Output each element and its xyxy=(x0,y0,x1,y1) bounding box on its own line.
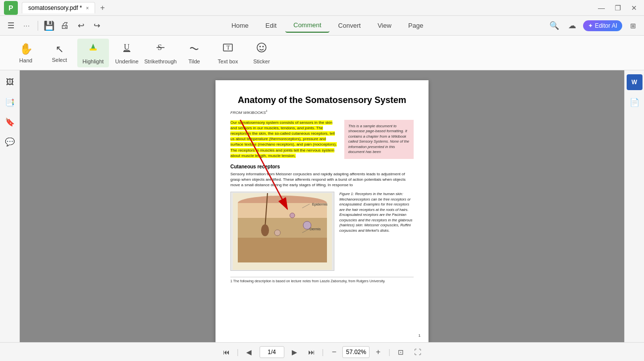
thumbnail-icon[interactable]: 🖼 xyxy=(2,74,18,90)
pdf-area[interactable]: Anatomy of the Somatosensory System FROM… xyxy=(20,70,624,342)
tab-view[interactable]: View xyxy=(370,19,399,32)
pdf-page: Anatomy of the Somatosensory System FROM… xyxy=(215,80,429,342)
menu-divider xyxy=(38,21,38,31)
svg-rect-0 xyxy=(90,49,97,51)
more-menu-button[interactable]: ··· xyxy=(20,19,34,33)
active-tab[interactable]: somatosensory.pdf * × xyxy=(22,2,95,13)
pdf-side-box: This is a sample document to showcase pa… xyxy=(344,120,414,159)
figure-caption: Figure 1: Receptors in the human skin: M… xyxy=(339,192,414,271)
right-sidebar: W 📄 xyxy=(624,70,644,342)
highlighted-paragraph: Our somatosensory system consists of sen… xyxy=(230,120,337,158)
fit-page-button[interactable]: ⊡ xyxy=(394,346,407,359)
hand-label: Hand xyxy=(19,57,32,63)
window-controls: — ❐ ✕ xyxy=(595,3,640,13)
pdf-content-row: Our somatosensory system consists of sen… xyxy=(230,120,414,159)
bookmarks-icon[interactable]: 🔖 xyxy=(2,114,18,130)
pages-icon[interactable]: 📑 xyxy=(2,94,18,110)
menu-right: 🔍 ☁ ✦ Editor AI ⊞ xyxy=(547,19,640,33)
svg-point-8 xyxy=(260,46,261,47)
figure-image: Epidermis Dermis xyxy=(230,192,334,271)
page-number: 1 xyxy=(419,333,421,338)
cloud-icon[interactable]: ☁ xyxy=(565,19,579,33)
comments-icon[interactable]: 💬 xyxy=(2,134,18,150)
save-button[interactable]: 💾 xyxy=(42,19,56,33)
textbox-tool[interactable]: T Text box xyxy=(212,39,244,67)
last-page-button[interactable]: ⏭ xyxy=(305,346,318,359)
skin-diagram: Epidermis Dermis xyxy=(233,193,332,270)
minimize-button[interactable]: — xyxy=(595,3,608,13)
menu-tabs: Home Edit Comment Convert View Page xyxy=(109,18,545,33)
main-area: 🖼 📑 🔖 💬 Anatomy of the Somatosensory Sys… xyxy=(0,70,644,342)
page-input[interactable] xyxy=(260,346,284,358)
pdf-figure-area: Epidermis Dermis Figure 1: Receptors in … xyxy=(230,192,414,271)
prev-page-button[interactable]: ◀ xyxy=(243,346,256,359)
select-label: Select xyxy=(52,57,67,63)
expand-icon[interactable]: ⊞ xyxy=(626,19,640,33)
search-icon[interactable]: 🔍 xyxy=(547,19,561,33)
restore-button[interactable]: ❐ xyxy=(612,3,624,13)
select-tool[interactable]: ↖ Select xyxy=(44,39,75,67)
fullscreen-button[interactable]: ⛶ xyxy=(411,346,424,359)
section-title: Cutaneous receptors xyxy=(230,164,414,169)
close-button[interactable]: ✕ xyxy=(628,3,640,13)
print-button[interactable]: 🖨 xyxy=(58,19,72,33)
highlight-icon xyxy=(87,42,99,56)
tilde-icon xyxy=(188,42,200,56)
sticker-tool[interactable]: Sticker xyxy=(246,39,277,67)
tab-close-button[interactable]: × xyxy=(86,5,89,11)
hand-icon: ✋ xyxy=(19,43,33,55)
next-page-button[interactable]: ▶ xyxy=(288,346,301,359)
tab-title: somatosensory.pdf * xyxy=(28,4,82,11)
underline-tool[interactable]: U Underline xyxy=(111,39,143,67)
svg-rect-16 xyxy=(238,238,327,262)
tab-comment[interactable]: Comment xyxy=(285,18,329,33)
status-bar: ⏮ | ◀ ▶ ⏭ | − + | ⊡ ⛶ xyxy=(0,342,644,361)
highlight-tool[interactable]: Highlight xyxy=(77,39,109,67)
footnote: 1 The following description is based on … xyxy=(230,277,414,283)
zoom-out-button[interactable]: − xyxy=(327,346,340,359)
pdf-source: FROM WIKIBOOKS1 xyxy=(230,109,414,115)
redo-button[interactable]: ↪ xyxy=(90,19,104,33)
pdf-paragraph2: Sensory information from Meissner corpus… xyxy=(230,171,414,188)
undo-button[interactable]: ↩ xyxy=(74,19,88,33)
new-tab-button[interactable]: + xyxy=(97,2,107,13)
svg-text:U: U xyxy=(124,43,130,51)
strikethrough-label: Strikethrough xyxy=(144,58,176,64)
zoom-control: − + xyxy=(327,346,384,359)
title-bar: P somatosensory.pdf * × + — ❐ ✕ xyxy=(0,0,644,16)
zoom-input[interactable] xyxy=(342,346,370,358)
underline-icon: U xyxy=(121,42,133,56)
editor-ai-button[interactable]: ✦ Editor AI xyxy=(583,20,622,31)
pdf-title: Anatomy of the Somatosensory System xyxy=(230,95,414,105)
strikethrough-tool[interactable]: S Strikethrough xyxy=(145,39,176,67)
sticker-icon xyxy=(256,42,268,56)
left-sidebar: 🖼 📑 🔖 💬 xyxy=(0,70,20,342)
tab-convert[interactable]: Convert xyxy=(330,19,369,32)
tab-edit[interactable]: Edit xyxy=(258,19,284,32)
textbox-label: Text box xyxy=(218,58,238,64)
hamburger-menu-button[interactable]: ☰ xyxy=(4,19,18,33)
ai-star-icon: ✦ xyxy=(588,22,593,29)
strikethrough-icon: S xyxy=(155,42,166,56)
tab-page[interactable]: Page xyxy=(400,19,431,32)
app-logo: P xyxy=(4,1,18,15)
svg-text:Epidermis: Epidermis xyxy=(312,203,328,206)
sticker-label: Sticker xyxy=(253,58,270,64)
word-icon[interactable]: W xyxy=(627,74,643,90)
hand-tool[interactable]: ✋ Hand xyxy=(10,39,42,67)
underline-label: Underline xyxy=(115,58,138,64)
svg-point-7 xyxy=(257,43,266,52)
first-page-button[interactable]: ⏮ xyxy=(220,346,233,359)
tab-home[interactable]: Home xyxy=(223,19,257,32)
properties-icon[interactable]: 📄 xyxy=(627,94,643,110)
tab-area: somatosensory.pdf * × + xyxy=(22,2,595,13)
tilde-tool[interactable]: Tilde xyxy=(178,39,210,67)
textbox-icon: T xyxy=(222,42,234,56)
svg-text:T: T xyxy=(226,44,230,51)
svg-point-19 xyxy=(290,213,295,218)
menu-left: ☰ ··· 💾 🖨 ↩ ↪ xyxy=(4,19,104,33)
zoom-in-button[interactable]: + xyxy=(372,346,384,359)
svg-point-9 xyxy=(263,46,264,47)
toolbar: ✋ Hand ↖ Select Highlight U Underline S xyxy=(0,36,644,70)
pdf-main-text: Our somatosensory system consists of sen… xyxy=(230,120,339,159)
